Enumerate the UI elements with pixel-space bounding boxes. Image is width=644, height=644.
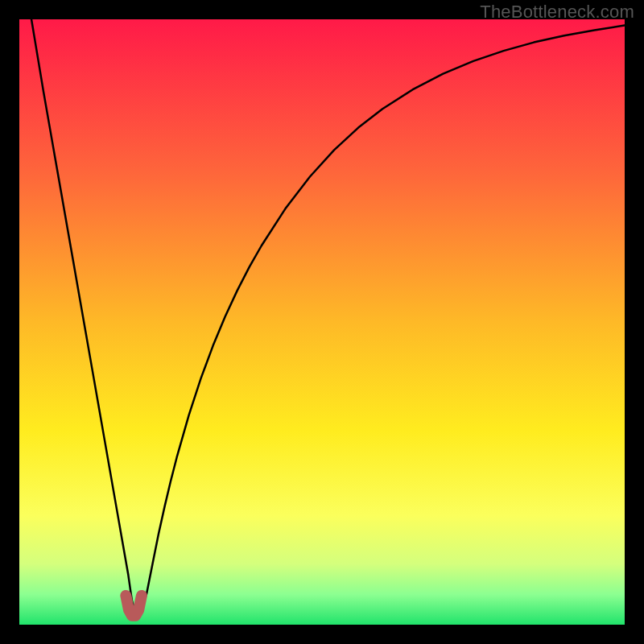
chart-frame: TheBottleneck.com bbox=[0, 0, 644, 644]
watermark-text: TheBottleneck.com bbox=[480, 2, 634, 23]
chart-svg bbox=[19, 19, 625, 625]
plot-area bbox=[19, 19, 625, 625]
gradient-background bbox=[19, 19, 625, 625]
